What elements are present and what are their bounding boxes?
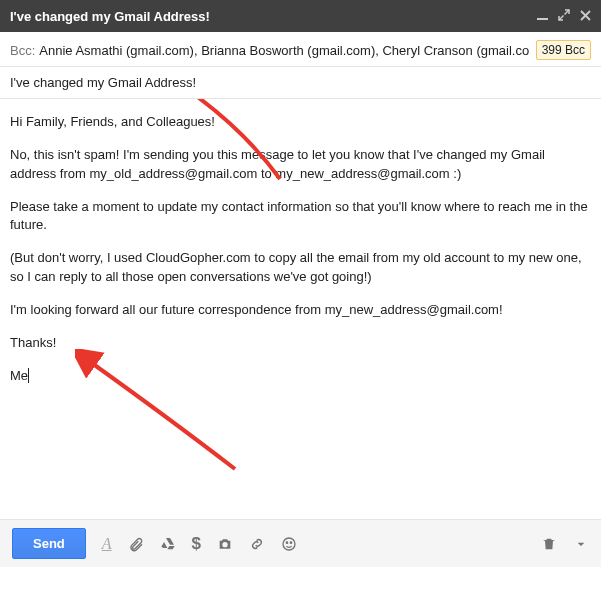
close-icon[interactable] — [580, 10, 591, 23]
money-icon[interactable]: $ — [192, 534, 201, 554]
recipients-row[interactable]: Bcc: Annie Asmathi (gmail.com), Brianna … — [0, 32, 601, 67]
svg-point-4 — [290, 542, 291, 543]
svg-point-2 — [283, 538, 295, 550]
emoji-icon[interactable] — [281, 536, 297, 552]
text-caret — [28, 368, 29, 383]
trash-icon[interactable] — [541, 536, 557, 552]
body-signature: Me — [10, 367, 591, 386]
body-thanks: Thanks! — [10, 334, 591, 353]
link-icon[interactable] — [249, 536, 265, 552]
compose-toolbar: Send A $ — [0, 519, 601, 567]
bcc-recipient-list[interactable]: Annie Asmathi (gmail.com), Brianna Boswo… — [39, 43, 529, 58]
titlebar: I've changed my Gmail Address! — [0, 0, 601, 32]
minimize-icon[interactable] — [537, 10, 548, 23]
attach-icon[interactable] — [128, 536, 144, 552]
window-title: I've changed my Gmail Address! — [10, 9, 537, 24]
svg-point-3 — [286, 542, 287, 543]
message-body[interactable]: Hi Family, Friends, and Colleagues! No, … — [0, 99, 601, 519]
body-greeting: Hi Family, Friends, and Colleagues! — [10, 113, 591, 132]
body-paragraph: (But don't worry, I used CloudGopher.com… — [10, 249, 591, 287]
body-paragraph: I'm looking forward all our future corre… — [10, 301, 591, 320]
svg-point-1 — [224, 543, 227, 546]
drive-icon[interactable] — [160, 536, 176, 552]
send-button[interactable]: Send — [12, 528, 86, 559]
expand-icon[interactable] — [558, 9, 570, 23]
svg-rect-0 — [537, 18, 548, 20]
compose-window: I've changed my Gmail Address! Bcc: Anni… — [0, 0, 601, 567]
subject-input[interactable]: I've changed my Gmail Address! — [0, 67, 601, 99]
body-paragraph: Please take a moment to update my contac… — [10, 198, 591, 236]
photo-icon[interactable] — [217, 536, 233, 552]
bcc-count-badge[interactable]: 399 Bcc — [536, 40, 591, 60]
window-controls — [537, 9, 591, 23]
more-options-icon[interactable] — [573, 536, 589, 552]
body-paragraph: No, this isn't spam! I'm sending you thi… — [10, 146, 591, 184]
formatting-icon[interactable]: A — [102, 535, 112, 553]
bcc-label: Bcc: — [10, 43, 35, 58]
